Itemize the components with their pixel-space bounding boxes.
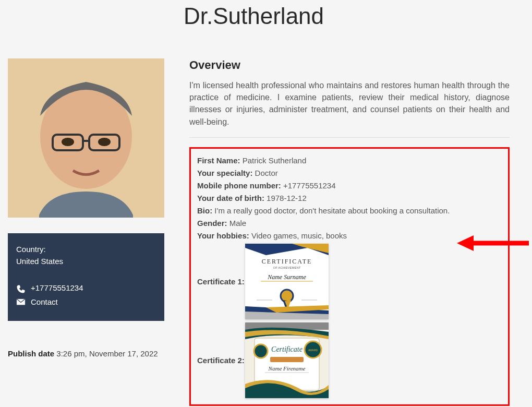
- phone-row[interactable]: +17775551234: [16, 283, 156, 292]
- svg-text:Certificate: Certificate: [271, 345, 303, 353]
- svg-text:OF ACHIEVEMENT: OF ACHIEVEMENT: [273, 266, 300, 269]
- svg-marker-34: [457, 235, 474, 251]
- annotation-arrow-icon: [457, 234, 529, 252]
- overview-heading: Overview: [189, 58, 510, 72]
- svg-point-3: [98, 138, 111, 146]
- cert1-label: Certificate 1:: [197, 277, 245, 286]
- overview-text: I'm licensed health professional who mai…: [189, 79, 510, 128]
- publish-label: Publish date: [8, 349, 54, 358]
- dob-label: Your date of birth:: [197, 194, 264, 202]
- details-box: First Name: Patrick Sutherland Your spec…: [189, 147, 510, 406]
- svg-point-15: [281, 290, 293, 302]
- svg-text:Name Firename: Name Firename: [268, 365, 306, 372]
- cert2-image[interactable]: Certificate Name Firename AWARD: [245, 322, 329, 398]
- contact-info-card: Country: United States +17775551234 Cont…: [8, 233, 164, 321]
- cert2-label: Certificate 2:: [197, 356, 245, 365]
- hobbies-label: Your hobbies:: [197, 231, 249, 240]
- contact-link: Contact: [31, 297, 58, 306]
- publish-value: 3:26 pm, November 17, 2022: [56, 349, 158, 358]
- phone-value: +17775551234: [31, 283, 83, 292]
- avatar: [8, 58, 164, 218]
- svg-point-30: [254, 344, 268, 358]
- svg-text:CERTIFICATE: CERTIFICATE: [262, 258, 312, 265]
- phone-icon: [16, 284, 26, 292]
- page-title: Dr.Sutherland: [184, 3, 532, 29]
- first-name-label: First Name:: [197, 156, 240, 165]
- dob-value: 1978-12-12: [267, 194, 307, 202]
- bio-label: Bio:: [197, 206, 212, 215]
- phone-detail-value: +17775551234: [283, 181, 336, 190]
- hobbies-value: Video games, music, books: [251, 231, 347, 240]
- contact-row[interactable]: Contact: [16, 297, 156, 306]
- gender-value: Male: [229, 219, 247, 228]
- svg-rect-27: [270, 357, 304, 362]
- first-name-value: Patrick Sutherland: [243, 156, 307, 165]
- phone-label: Mobile phone number:: [197, 181, 281, 190]
- specialty-value: Doctor: [255, 169, 278, 177]
- publish-date: Publish date 3:26 pm, November 17, 2022: [8, 349, 164, 358]
- svg-text:AWARD: AWARD: [308, 349, 318, 352]
- gender-label: Gender:: [197, 219, 227, 228]
- divider: [189, 137, 510, 138]
- bio-value: I'm a really good doctor, don't hesitate…: [214, 206, 450, 215]
- country-label: Country:: [16, 245, 156, 254]
- country-value: United States: [16, 257, 156, 266]
- specialty-label: Your specialty:: [197, 169, 252, 177]
- mail-icon: [16, 298, 26, 306]
- cert1-image[interactable]: CERTIFICATE OF ACHIEVEMENT Name Surname: [245, 244, 329, 319]
- svg-text:Name Surname: Name Surname: [267, 273, 306, 281]
- svg-point-2: [62, 138, 74, 146]
